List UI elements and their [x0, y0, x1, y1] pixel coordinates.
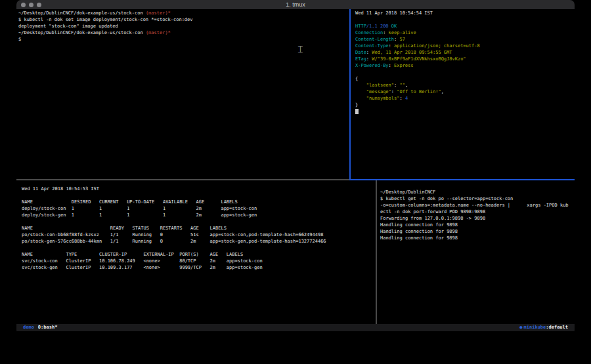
window-tab-bash[interactable]: 0:bash*	[38, 324, 58, 331]
pane-kubectl-watch-bottom-left[interactable]: Wed 11 Apr 2018 10:54:53 IST NAME DESIRE…	[16, 180, 376, 324]
pane-port-forward-bottom-right[interactable]: ~/Desktop/DublinCNCF$ kubectl get -n dok…	[377, 180, 575, 324]
tmux-status-bar: demo 0:bash* ● minikube :default	[16, 324, 575, 331]
pane-port-forward-text: ~/Desktop/DublinCNCF$ kubectl get -n dok…	[377, 180, 575, 241]
window-title: 1. tmux	[286, 0, 305, 9]
pane-http-watch-top-right[interactable]: Wed 11 Apr 2018 10:54:54 IST HTTP/1.1 20…	[351, 9, 575, 179]
mouse-ibeam-cursor-icon: ⌶	[297, 45, 303, 54]
pane-http-watch-text: Wed 11 Apr 2018 10:54:54 IST HTTP/1.1 20…	[351, 9, 575, 115]
close-button[interactable]	[21, 3, 26, 7]
kubernetes-icon: ●	[519, 324, 522, 331]
status-bar-left: demo 0:bash*	[16, 324, 57, 331]
kube-namespace: :default	[546, 324, 568, 331]
kube-context: minikube	[524, 324, 546, 331]
terminal-window: 1. tmux ~/Desktop/DublinCNCF/dok-example…	[16, 0, 575, 333]
status-bar-right: ● minikube :default	[519, 324, 575, 331]
zoom-button[interactable]	[37, 3, 41, 7]
window-titlebar[interactable]: 1. tmux	[16, 0, 575, 9]
minimize-button[interactable]	[29, 3, 33, 7]
traffic-lights	[21, 0, 41, 9]
session-name: demo	[23, 324, 34, 331]
pane-kubectl-watch-text: Wed 11 Apr 2018 10:54:53 IST NAME DESIRE…	[16, 180, 376, 271]
pane-shell-top-left-text: ~/Desktop/DublinCNCF/dok-example-us/stoc…	[16, 9, 349, 43]
desktop-background: 1. tmux ~/Desktop/DublinCNCF/dok-example…	[0, 0, 591, 364]
pane-shell-top-left[interactable]: ~/Desktop/DublinCNCF/dok-example-us/stoc…	[16, 9, 349, 179]
tmux-panes-area: ~/Desktop/DublinCNCF/dok-example-us/stoc…	[16, 9, 575, 324]
